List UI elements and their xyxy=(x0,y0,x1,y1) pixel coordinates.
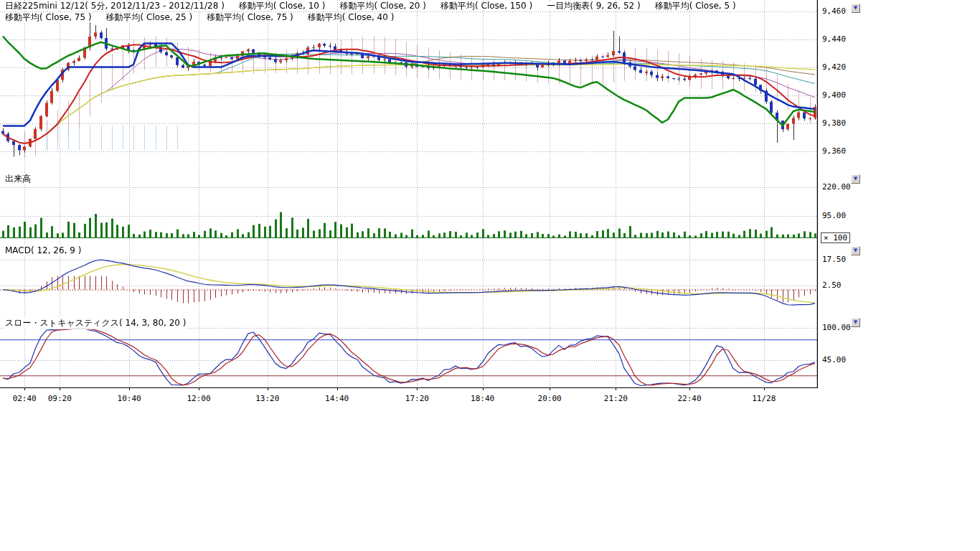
legend-item-indicator[interactable]: 移動平均( Close, 5 ) xyxy=(654,1,737,11)
x-axis-label: 11/28 xyxy=(748,394,780,403)
legend-row-2: 移動平均( Close, 75 )移動平均( Close, 25 )移動平均( … xyxy=(4,12,395,22)
x-axis-label: 09:20 xyxy=(44,394,75,403)
y-axis-label: 9,420 xyxy=(822,62,846,72)
legend-item-indicator[interactable]: 移動平均( Close, 10 ) xyxy=(238,1,326,11)
volume-multiplier-badge: × 100 xyxy=(821,232,850,243)
x-axis-label: 12:00 xyxy=(183,394,215,403)
y-axis-label: 2.50 xyxy=(822,281,842,290)
pane-label-macd[interactable]: MACD( 12, 26, 9 ) xyxy=(4,245,82,255)
chart-title-legend[interactable]: 日経225mini 12/12( 5分, 2012/11/23 - 2012/1… xyxy=(4,1,225,11)
x-axis-label: 02:40 xyxy=(9,394,40,403)
pane-label-stoch[interactable]: スロー・ストキャスティクス( 14, 3, 80, 20 ) xyxy=(4,317,187,329)
legend-item-indicator[interactable]: 移動平均( Close, 40 ) xyxy=(307,12,395,22)
scroll-down-button-macd[interactable]: ▼ xyxy=(851,246,860,255)
x-axis-label: 14:40 xyxy=(321,394,353,403)
x-axis-label: 22:40 xyxy=(674,394,705,403)
legend-item-indicator[interactable]: 移動平均( Close, 150 ) xyxy=(440,1,533,11)
chart-canvas[interactable] xyxy=(0,0,818,392)
legend-item-indicator[interactable]: 移動平均( Close, 25 ) xyxy=(105,12,194,22)
x-axis-label: 21:20 xyxy=(600,394,631,403)
y-axis-label: 95.00 xyxy=(822,211,846,220)
y-axis-label: 9,440 xyxy=(822,34,846,44)
y-axis-label: 100.00 xyxy=(822,323,851,332)
scroll-down-button-price[interactable]: ▼ xyxy=(851,4,860,13)
legend-item-indicator[interactable]: 一目均衡表( 9, 26, 52 ) xyxy=(546,1,641,11)
y-axis-label: 9,380 xyxy=(822,118,846,128)
pane-label-volume[interactable]: 出来高 xyxy=(4,173,32,185)
chevron-down-icon: ▼ xyxy=(854,320,857,325)
x-axis-label: 18:40 xyxy=(467,394,499,403)
chevron-down-icon: ▼ xyxy=(854,176,857,182)
chevron-down-icon: ▼ xyxy=(854,6,857,11)
chart-application-window: 日経225mini 12/12( 5分, 2012/11/23 - 2012/1… xyxy=(0,0,980,551)
legend-item-indicator[interactable]: 移動平均( Close, 20 ) xyxy=(339,1,427,11)
scroll-down-button-volume[interactable]: ▼ xyxy=(851,174,860,184)
y-axis-label: 17.50 xyxy=(822,255,846,264)
legend-row-1: 日経225mini 12/12( 5分, 2012/11/23 - 2012/1… xyxy=(4,1,737,11)
legend-item-indicator[interactable]: 移動平均( Close, 75 ) xyxy=(4,12,93,22)
y-axis-label: 9,360 xyxy=(822,146,846,156)
y-axis-label: 9,400 xyxy=(822,90,846,100)
legend-item-indicator[interactable]: 移動平均( Close, 75 ) xyxy=(206,12,294,22)
x-axis-label: 17:20 xyxy=(401,394,433,403)
y-axis-label: 45.00 xyxy=(822,355,846,364)
x-axis-label: 10:40 xyxy=(113,394,145,403)
x-axis-label: 20:00 xyxy=(534,394,565,403)
chevron-down-icon: ▼ xyxy=(854,248,857,253)
x-axis-label: 13:20 xyxy=(252,394,283,403)
y-axis-label: 9,460 xyxy=(822,6,846,16)
y-axis-label: 220.00 xyxy=(822,182,851,192)
scroll-down-button-stoch[interactable]: ▼ xyxy=(851,318,860,327)
